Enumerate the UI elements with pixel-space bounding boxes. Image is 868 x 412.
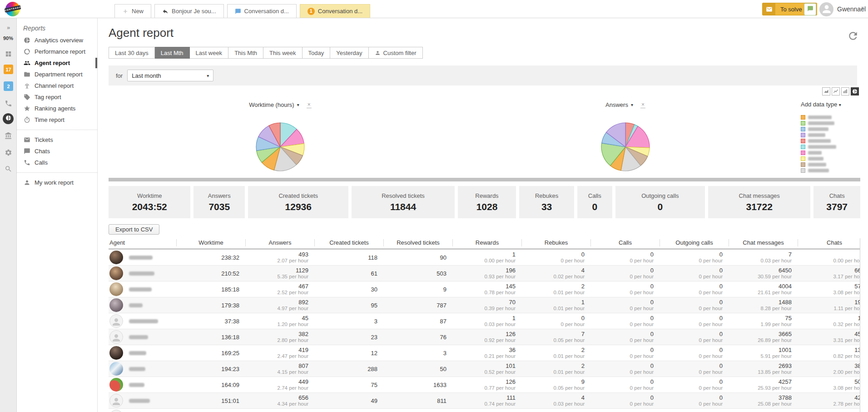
rate-per-hour: 0.02 per hour: [522, 274, 585, 280]
agent-name-redacted: [129, 351, 146, 355]
filter-tab-last-week[interactable]: Last week: [190, 47, 229, 59]
table-row[interactable]: 136:183822.80 per hour23761260.92 per ho…: [109, 329, 860, 345]
column-header-rebukes[interactable]: Rebukes: [522, 239, 591, 246]
horizontal-scrollbar[interactable]: [109, 178, 860, 181]
add-data-type-dropdown[interactable]: Add data type ▾: [801, 101, 841, 108]
table-row[interactable]: 210:5211295.35 per hour615031960.93 per …: [109, 266, 860, 281]
search-icon[interactable]: [0, 163, 16, 174]
filter-tab-last-mth[interactable]: Last Mth: [155, 47, 190, 59]
legend-item[interactable]: [801, 115, 836, 120]
legend-item[interactable]: [801, 138, 836, 144]
area-chart-button[interactable]: [822, 87, 830, 95]
refresh-button[interactable]: [847, 30, 859, 42]
rate-per-hour: 5.91 per hour: [729, 353, 792, 359]
column-header-outgoing-calls[interactable]: Outgoing calls: [660, 239, 729, 246]
rate-per-hour: 0.77 per hour: [453, 385, 516, 391]
chats-online-button[interactable]: [804, 3, 816, 15]
sidebar-item-tag-report[interactable]: Tag report: [17, 91, 97, 103]
column-header-resolved-tickets[interactable]: Resolved tickets: [384, 239, 453, 246]
sidebar-item-channel-report[interactable]: Channel report: [17, 80, 97, 91]
filter-tab-today[interactable]: Today: [303, 47, 331, 59]
column-header-chats[interactable]: Chats: [798, 239, 860, 246]
close-icon[interactable]: ×: [307, 101, 312, 108]
cell-chat-messages: 269313.85 per hour: [729, 362, 798, 375]
column-header-chat-messages[interactable]: Chat messages: [729, 239, 798, 246]
bar-chart-button[interactable]: [841, 87, 849, 95]
table-row[interactable]: 164:094492.74 per hour7516331260.77 per …: [109, 377, 860, 393]
legend-item[interactable]: [801, 144, 836, 150]
line-chart-button[interactable]: [832, 87, 840, 95]
ticket-tab-0[interactable]: New: [114, 4, 151, 18]
dashboard-icon[interactable]: [0, 48, 16, 59]
column-header-rewards[interactable]: Rewards: [453, 239, 522, 246]
value: 4: [522, 394, 585, 401]
ticket-tab-2[interactable]: Conversation d...: [227, 4, 297, 18]
close-icon[interactable]: ×: [640, 101, 645, 108]
ticket-tab-3[interactable]: 1Conversation d...: [300, 4, 370, 18]
sidebar-item-ranking-agents[interactable]: Ranking agents: [17, 103, 97, 114]
column-header-calls[interactable]: Calls: [591, 239, 660, 246]
ticket-tab-1[interactable]: Bonjour Je sou...: [154, 4, 224, 18]
tab-unread-badge: 1: [308, 8, 315, 15]
legend-item[interactable]: [801, 150, 836, 156]
table-row[interactable]: 185:184672.52 per hour3091450.78 per hou…: [109, 281, 860, 297]
rate-per-hour: 5.35 per hour: [246, 274, 308, 280]
filter-tab-last-30-days[interactable]: Last 30 days: [109, 47, 155, 59]
table-row[interactable]: 37:38451.20 per hour38710.03 per hour00 …: [109, 313, 860, 329]
column-header-worktime[interactable]: Worktime: [177, 239, 246, 246]
analytics-icon: [23, 37, 30, 44]
column-header-answers[interactable]: Answers: [246, 239, 315, 246]
table-row[interactable]: 238:324932.07 per hour1189010.00 per hou…: [109, 250, 860, 266]
sidebar-item-department-report[interactable]: Department report: [17, 69, 97, 80]
answers-pie-chart[interactable]: [566, 121, 684, 174]
worktime-pie-chart[interactable]: [221, 121, 339, 174]
value: 0: [660, 347, 723, 353]
legend-item[interactable]: [801, 132, 836, 138]
legend-item[interactable]: [801, 126, 836, 132]
user-menu[interactable]: Gwennaël: [837, 5, 866, 13]
legend-item[interactable]: [801, 121, 836, 126]
table-row[interactable]: 151:016564.34 per hour498111110.74 per h…: [109, 393, 860, 409]
app-logo[interactable]: CONTRADO: [5, 2, 20, 16]
bank-icon[interactable]: [0, 130, 16, 141]
sidebar-item-tickets[interactable]: Tickets: [17, 134, 97, 146]
sidebar-item-time-report[interactable]: Time report: [17, 114, 97, 126]
chats-count-badge[interactable]: 2: [4, 81, 13, 91]
sidebar-item-performance-report[interactable]: Performance report: [17, 46, 97, 57]
legend-item[interactable]: [801, 156, 836, 161]
pie-chart-button[interactable]: [851, 87, 859, 95]
table-row[interactable]: 179:388924.97 per hour95787700.39 per ho…: [109, 297, 860, 313]
export-csv-button[interactable]: Export to CSV: [109, 224, 159, 235]
table-row[interactable]: [109, 409, 860, 412]
filter-tab-custom-filter[interactable]: Custom filter: [369, 47, 423, 59]
zoom-level[interactable]: 90%: [0, 33, 16, 44]
sidebar-item-chats[interactable]: Chats: [17, 146, 97, 157]
value: 389: [798, 362, 860, 369]
calls-icon[interactable]: [0, 98, 16, 109]
reports-icon[interactable]: [0, 113, 16, 124]
cell-chats: 10.00 per hour: [798, 251, 860, 264]
table-row[interactable]: 194:238074.15 per hour288501010.52 per h…: [109, 361, 860, 377]
sidebar-item-agent-report[interactable]: Agent report: [17, 57, 97, 69]
expand-sidebar-button[interactable]: »: [0, 22, 16, 33]
filter-tab-this-mth[interactable]: This Mth: [228, 47, 263, 59]
filter-tab-this-week[interactable]: This week: [263, 47, 303, 59]
column-header-agent[interactable]: Agent: [109, 239, 177, 246]
legend-item[interactable]: [801, 162, 836, 167]
rate-per-hour: 0.01 per hour: [522, 369, 585, 375]
cell-answers: 11295.35 per hour: [246, 267, 315, 280]
chevron-down-icon[interactable]: ▾: [297, 102, 299, 107]
settings-gear-icon[interactable]: [0, 147, 16, 158]
user-avatar[interactable]: [819, 2, 833, 16]
period-select[interactable]: Last month ▾: [127, 70, 213, 81]
filter-tab-yesterday[interactable]: Yesterday: [330, 47, 368, 59]
chevron-down-icon[interactable]: ▾: [631, 102, 633, 107]
tickets-count-badge[interactable]: 17: [4, 65, 13, 74]
legend-item[interactable]: [801, 168, 836, 173]
sidebar-item-my-work-report[interactable]: My work report: [17, 177, 97, 188]
sidebar-item-analytics-overview[interactable]: Analytics overview: [17, 35, 97, 46]
sidebar-item-calls[interactable]: Calls: [17, 157, 97, 168]
timer-icon: [23, 116, 30, 124]
table-row[interactable]: 169:254192.47 per hour123360.21 per hour…: [109, 345, 860, 361]
column-header-created-tickets[interactable]: Created tickets: [315, 239, 384, 246]
